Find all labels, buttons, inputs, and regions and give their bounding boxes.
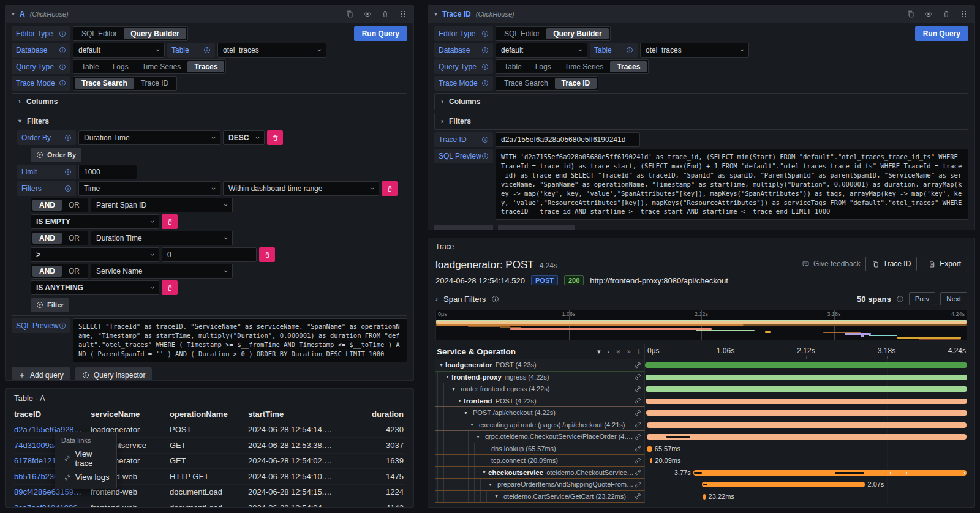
option-trace-id[interactable]: Trace ID xyxy=(134,78,176,89)
col-header-duration[interactable]: duration xyxy=(340,407,405,422)
span-expander-icon[interactable]: ▾ xyxy=(468,422,476,427)
option-traces[interactable]: Traces xyxy=(610,61,647,72)
span-link-icon[interactable] xyxy=(634,409,642,417)
span-name-cell[interactable]: dns.lookup (65.57ms) xyxy=(435,443,645,455)
query-row-header-traceid[interactable]: ▾ Trace ID (ClickHouse) xyxy=(428,6,974,23)
table-select[interactable]: otel_traces› xyxy=(217,43,326,58)
collapse-chevron-icon[interactable]: ▾ xyxy=(434,11,437,17)
span-link-icon[interactable] xyxy=(634,481,642,489)
span-link-icon[interactable] xyxy=(634,397,642,405)
span-name-cell[interactable]: ▾checkoutserviceoteldemo.CheckoutService… xyxy=(435,467,645,479)
span-bar[interactable] xyxy=(702,482,865,487)
drag-handle-icon[interactable] xyxy=(399,10,407,18)
option-and[interactable]: AND xyxy=(32,200,62,211)
span-name-cell[interactable]: ▾loadgeneratorPOST (4.23s) xyxy=(435,359,645,372)
order-by-field-select[interactable]: Duration Time› xyxy=(78,130,221,145)
option-and[interactable]: AND xyxy=(32,266,62,277)
span-name-cell[interactable]: ▾frontend-proxyingress (4.22s) xyxy=(435,372,645,384)
limit-input[interactable]: 1000 xyxy=(78,165,137,179)
expand-all-icon[interactable]: » xyxy=(627,348,630,355)
span-bar[interactable] xyxy=(646,386,967,392)
span-bar[interactable] xyxy=(650,458,652,463)
span-name-cell[interactable]: ▾router frontend egress (4.22s) xyxy=(435,383,645,395)
duplicate-query-icon[interactable] xyxy=(345,10,354,18)
span-bar[interactable] xyxy=(647,434,967,440)
span-link-icon[interactable] xyxy=(634,385,642,393)
filter1-field-select[interactable]: Time› xyxy=(78,181,221,196)
span-expander-icon[interactable]: ▾ xyxy=(486,482,494,487)
trace-id-input[interactable]: d2a7155ef6a928a05680e5ff6190241d xyxy=(496,132,640,147)
delete-query-icon[interactable] xyxy=(942,10,951,18)
span-name-cell[interactable]: ▾grpc.oteldemo.CheckoutService/PlaceOrde… xyxy=(435,431,645,443)
remove-order-by-button[interactable] xyxy=(267,130,283,145)
col-header-traceid[interactable]: traceID xyxy=(14,407,91,422)
option-table[interactable]: Table xyxy=(75,61,106,72)
option-trace-search[interactable]: Trace Search xyxy=(497,78,555,89)
filter2-operator-select[interactable]: IS EMPTY› xyxy=(31,214,159,229)
option-or[interactable]: OR xyxy=(62,200,86,211)
run-query-button[interactable]: Run Query xyxy=(354,26,407,41)
remove-filter1-button[interactable] xyxy=(382,181,398,196)
option-trace-search[interactable]: Trace Search xyxy=(75,78,134,89)
span-expander-icon[interactable]: ▾ xyxy=(437,362,445,368)
span-expander-icon[interactable]: ▾ xyxy=(456,398,464,403)
add-order-by-button[interactable]: Order By xyxy=(31,148,81,162)
next-button[interactable]: Next xyxy=(940,292,967,305)
columns-section-header[interactable]: ›Columns xyxy=(12,94,407,110)
option-query-builder[interactable]: Query Builder xyxy=(546,28,608,39)
run-query-button[interactable]: Run Query xyxy=(915,26,968,41)
database-select[interactable]: default› xyxy=(496,43,587,58)
columns-section-header[interactable]: ›Columns xyxy=(435,94,968,110)
hide-query-icon[interactable] xyxy=(363,10,372,18)
option-and[interactable]: AND xyxy=(32,233,62,244)
info-icon[interactable] xyxy=(59,47,66,54)
hide-query-icon[interactable] xyxy=(924,10,933,18)
info-icon[interactable] xyxy=(481,136,489,143)
info-icon[interactable] xyxy=(626,47,633,54)
span-name-cell[interactable]: ▾POST /api/checkout (4.22s) xyxy=(435,407,645,419)
span-link-icon[interactable] xyxy=(634,373,642,381)
span-name-cell[interactable]: ▾oteldemo.CartService/GetCart (23.22ms) xyxy=(435,491,645,503)
database-select[interactable]: default› xyxy=(73,43,165,58)
add-filter-button[interactable]: Filter xyxy=(31,298,69,312)
drag-handle-icon[interactable] xyxy=(960,10,968,18)
info-icon[interactable] xyxy=(481,63,489,70)
trace-id-button[interactable]: Trace ID xyxy=(865,256,918,271)
info-icon[interactable] xyxy=(59,322,66,329)
span-bar[interactable] xyxy=(645,362,967,368)
option-logs[interactable]: Logs xyxy=(106,61,135,72)
filter3-operator-select[interactable]: >› xyxy=(31,247,159,262)
filter2-field-select[interactable]: Parent Span ID› xyxy=(91,198,233,212)
remove-filter3-button[interactable] xyxy=(259,247,275,262)
filter4-field-select[interactable]: Service Name› xyxy=(91,264,233,279)
col-header-starttime[interactable]: startTime xyxy=(248,407,340,422)
option-traces[interactable]: Traces xyxy=(187,61,224,72)
span-name-cell[interactable]: ▾executing api route (pages) /api/checko… xyxy=(435,419,645,432)
col-header-servicename[interactable]: serviceName xyxy=(91,407,170,422)
info-icon[interactable] xyxy=(481,30,489,37)
span-link-icon[interactable] xyxy=(634,492,642,500)
filters-section-header[interactable]: ▾Filters xyxy=(12,113,407,129)
collapse-one-icon[interactable]: ▾ xyxy=(597,348,601,355)
span-bar[interactable] xyxy=(646,410,967,416)
option-or[interactable]: OR xyxy=(62,266,86,277)
span-link-icon[interactable] xyxy=(634,444,642,452)
span-bar[interactable] xyxy=(646,399,967,404)
span-bar[interactable] xyxy=(693,470,967,476)
trace-minimap[interactable]: 0μs1.06s2.12s3.18s4.24s xyxy=(435,310,967,340)
option-sql-editor[interactable]: SQL Editor xyxy=(75,28,124,39)
span-bar[interactable] xyxy=(647,446,652,452)
option-logs[interactable]: Logs xyxy=(529,61,558,72)
info-icon[interactable] xyxy=(203,47,211,54)
span-expander-icon[interactable]: ▾ xyxy=(474,434,482,440)
info-icon[interactable] xyxy=(64,168,72,176)
option-query-builder[interactable]: Query Builder xyxy=(124,28,186,39)
prev-button[interactable]: Prev xyxy=(909,292,936,305)
query-inspector-button[interactable]: Query inspector xyxy=(75,367,153,381)
info-icon[interactable] xyxy=(481,152,489,160)
span-link-icon[interactable] xyxy=(634,433,642,441)
option-or[interactable]: OR xyxy=(62,233,86,244)
col-header-operationname[interactable]: operationName xyxy=(170,407,248,422)
info-icon[interactable] xyxy=(59,30,66,37)
view-logs-link[interactable]: View logs xyxy=(61,470,110,484)
